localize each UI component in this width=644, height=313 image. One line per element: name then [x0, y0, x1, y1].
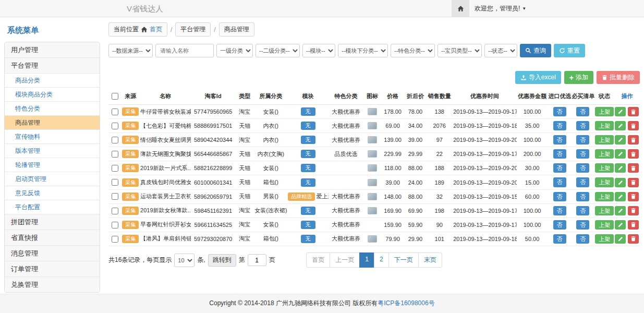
search-button[interactable]: 查询 [520, 44, 551, 57]
status-button[interactable]: 上架 [595, 107, 614, 116]
pager-item[interactable]: 下一页 [388, 252, 419, 268]
user-menu[interactable]: 欢迎您，管理员! ▼ [469, 0, 531, 17]
status-button[interactable]: 上架 [595, 135, 614, 145]
name-search-input[interactable] [155, 44, 214, 57]
delete-button[interactable] [628, 206, 639, 215]
select-all-checkbox[interactable] [112, 93, 118, 100]
batch-delete-button[interactable]: 批量删除 [597, 71, 640, 84]
row-checkbox[interactable] [112, 109, 118, 115]
home-button[interactable] [452, 0, 469, 17]
pager-item[interactable]: 上一页 [330, 252, 360, 268]
row-checkbox[interactable] [112, 137, 118, 143]
data-source-filter-select[interactable]: --数据来源-- [108, 44, 153, 57]
status-button[interactable]: 上架 [595, 163, 614, 173]
reset-button[interactable]: 重置 [554, 44, 585, 57]
must-buy-button[interactable]: 否 [576, 192, 589, 201]
breadcrumb-home-link[interactable]: 首页 [150, 25, 162, 34]
page-number-input[interactable] [248, 254, 266, 266]
breadcrumb-item-goods[interactable]: 商品管理 [219, 22, 254, 37]
row-checkbox[interactable] [112, 222, 118, 228]
page-size-select[interactable]: 10 [174, 254, 195, 267]
must-buy-button[interactable]: 否 [576, 107, 589, 116]
status-button[interactable]: 上架 [595, 192, 614, 201]
status-button[interactable]: 上架 [595, 149, 614, 159]
edit-button[interactable] [615, 107, 626, 116]
pager-item[interactable]: 1 [359, 252, 374, 268]
sidebar-item[interactable]: 版本管理 [5, 143, 100, 158]
pager-item[interactable]: 末页 [418, 252, 442, 268]
row-checkbox[interactable] [112, 179, 118, 186]
import-select-button[interactable]: 否 [553, 135, 566, 145]
icp-link[interactable]: 粤ICP备16098006号 [378, 299, 434, 307]
pager-item[interactable]: 2 [374, 252, 389, 268]
sidebar-item[interactable]: 商品分类 [5, 73, 100, 87]
sidebar-item[interactable]: 订单管理 [5, 261, 100, 276]
row-checkbox[interactable] [112, 193, 118, 200]
status-button[interactable]: 上架 [595, 206, 614, 215]
sidebar-item[interactable]: 特色分类 [5, 101, 100, 115]
sidebar-item[interactable]: 轮播管理 [5, 158, 100, 172]
delete-button[interactable] [628, 220, 639, 230]
add-button[interactable]: + 添加 [564, 71, 593, 84]
must-buy-button[interactable]: 否 [576, 163, 589, 173]
import-select-button[interactable]: 否 [553, 177, 566, 187]
module-sub-category-filter-select[interactable]: --模块下分类-- [338, 44, 388, 57]
pager-item[interactable]: 首页 [306, 252, 330, 268]
delete-button[interactable] [628, 163, 639, 173]
import-select-button[interactable]: 否 [553, 107, 566, 116]
row-checkbox[interactable] [112, 123, 118, 129]
must-buy-button[interactable]: 否 [576, 177, 589, 187]
import-select-button[interactable]: 否 [553, 121, 566, 130]
import-select-button[interactable]: 否 [553, 220, 566, 230]
sidebar-item[interactable]: 兑换管理 [5, 276, 100, 292]
must-buy-button[interactable]: 否 [576, 220, 589, 230]
breadcrumb-item-platform[interactable]: 平台管理 [175, 22, 211, 37]
item-type-filter-select[interactable]: --宝贝类型-- [438, 44, 482, 57]
status-button[interactable]: 上架 [595, 220, 614, 230]
module-filter-select[interactable]: --模块-- [302, 44, 335, 57]
import-select-button[interactable]: 否 [553, 206, 566, 215]
status-button[interactable]: 上架 [595, 177, 614, 187]
sidebar-item[interactable]: 省直快报 [5, 230, 100, 245]
jump-button[interactable]: 跳转到 [208, 254, 236, 267]
edit-button[interactable] [615, 149, 626, 159]
edit-button[interactable] [615, 192, 626, 201]
delete-button[interactable] [628, 107, 639, 116]
delete-button[interactable] [628, 135, 639, 145]
sidebar-item[interactable]: 启动页管理 [5, 172, 100, 186]
level2-category-filter-select[interactable]: --二级分类-- [256, 44, 300, 57]
status-filter-select[interactable]: --状态-- [484, 44, 517, 57]
must-buy-button[interactable]: 否 [576, 121, 589, 130]
sidebar-item[interactable]: 模块商品分类 [5, 87, 100, 101]
must-buy-button[interactable]: 否 [576, 135, 589, 145]
edit-button[interactable] [615, 206, 626, 215]
status-button[interactable]: 上架 [595, 234, 614, 244]
status-button[interactable]: 上架 [595, 121, 614, 130]
must-buy-button[interactable]: 否 [576, 234, 589, 244]
delete-button[interactable] [628, 234, 639, 244]
sidebar-item[interactable]: 平台配置 [5, 200, 100, 214]
must-buy-button[interactable]: 否 [576, 149, 589, 159]
import-select-button[interactable]: 否 [553, 149, 566, 159]
row-checkbox[interactable] [112, 208, 118, 214]
sidebar-item[interactable]: 平台管理 [5, 57, 100, 73]
row-checkbox[interactable] [112, 165, 118, 172]
row-checkbox[interactable] [112, 151, 118, 158]
edit-button[interactable] [615, 163, 626, 173]
feature-category-filter-select[interactable]: --特色分类-- [391, 44, 435, 57]
import-excel-button[interactable]: 导入excel [515, 71, 561, 84]
row-checkbox[interactable] [112, 236, 118, 243]
edit-button[interactable] [615, 178, 626, 187]
import-select-button[interactable]: 否 [553, 192, 566, 201]
delete-button[interactable] [628, 149, 639, 159]
sidebar-item[interactable]: 用户管理 [5, 42, 100, 57]
sidebar-item[interactable]: 宣传物料 [5, 129, 100, 143]
delete-button[interactable] [628, 192, 639, 201]
must-buy-button[interactable]: 否 [576, 206, 589, 215]
edit-button[interactable] [615, 121, 626, 130]
sidebar-item[interactable]: 商品管理 [5, 115, 100, 129]
import-select-button[interactable]: 否 [553, 163, 566, 173]
edit-button[interactable] [615, 234, 626, 244]
sidebar-item[interactable]: 拼团管理 [5, 214, 100, 230]
edit-button[interactable] [615, 135, 626, 145]
